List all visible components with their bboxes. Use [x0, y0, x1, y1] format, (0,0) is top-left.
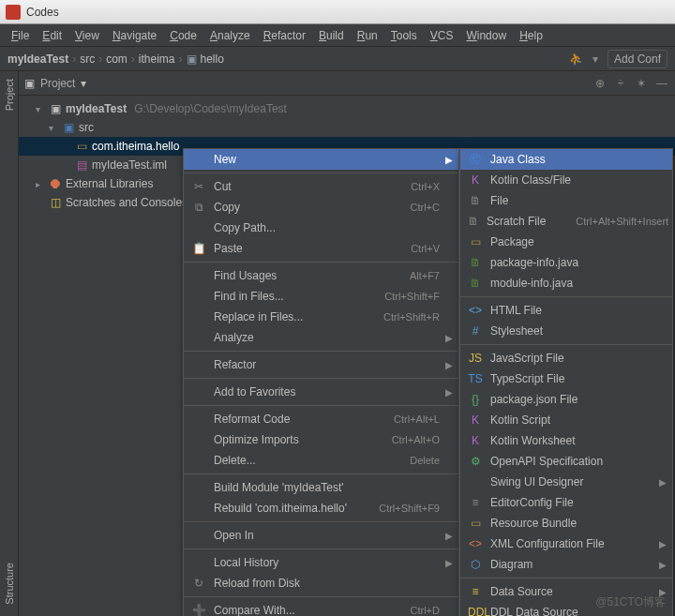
menu-file[interactable]: File — [6, 27, 35, 44]
menu-item[interactable]: Replace in Files...Ctrl+Shift+R — [184, 307, 458, 327]
menu-item[interactable]: ⧉CopyCtrl+C — [184, 197, 458, 218]
menu-item-label: Package — [490, 235, 653, 248]
breadcrumb-project[interactable]: myIdeaTest — [8, 53, 68, 66]
menu-item-label: EditorConfig File — [490, 496, 653, 509]
menu-edit[interactable]: Edit — [37, 27, 68, 44]
add-configuration-button[interactable]: Add Conf — [608, 50, 668, 68]
panel-tool[interactable]: ⊕ — [592, 77, 608, 90]
menu-item[interactable]: 🗎File — [460, 190, 672, 211]
menu-item-label: Stylesheet — [490, 324, 653, 338]
chevron-right-icon[interactable]: ▸ — [36, 179, 45, 189]
menu-item[interactable]: ≡EditorConfig File — [460, 492, 672, 513]
menu-item[interactable]: ➕Compare With...Ctrl+D — [184, 600, 458, 616]
panel-tool[interactable]: ÷ — [613, 77, 628, 90]
panel-title[interactable]: Project — [40, 77, 75, 90]
menu-item-label: Java Class — [490, 153, 653, 166]
menu-item[interactable]: ▭Resource Bundle — [460, 513, 672, 533]
menu-item[interactable]: Find in Files...Ctrl+Shift+F — [184, 286, 458, 307]
menu-item[interactable]: ⒸJava Class — [460, 149, 672, 170]
menu-view[interactable]: View — [69, 27, 105, 44]
dropdown-arrow-icon[interactable]: ▾ — [81, 77, 86, 90]
menu-item[interactable]: ▭Package — [460, 232, 672, 252]
menu-item[interactable]: Delete...Delete — [184, 450, 458, 471]
dropdown-arrow-icon[interactable]: ▾ — [592, 53, 598, 66]
menu-item[interactable]: KKotlin Worksheet — [460, 430, 672, 451]
tool-window-stripe[interactable]: Project Structure — [0, 71, 19, 616]
menu-item-label: Scratch File — [487, 215, 546, 228]
run-user-icon[interactable]: ⛹ — [569, 53, 583, 66]
menu-item[interactable]: ⬡Diagram▶ — [460, 554, 672, 575]
menu-item[interactable]: {}package.json File — [460, 389, 672, 410]
main-menubar[interactable]: FileEditViewNavigateCodeAnalyzeRefactorB… — [0, 24, 675, 47]
menu-item[interactable]: Local History▶ — [184, 552, 458, 573]
menu-item[interactable]: Reformat CodeCtrl+Alt+L — [184, 409, 458, 429]
menu-item[interactable]: #Stylesheet — [460, 321, 672, 341]
menu-analyze[interactable]: Analyze — [204, 27, 256, 44]
breadcrumb-part[interactable]: com — [106, 53, 128, 66]
menu-item-icon: # — [468, 324, 483, 338]
submenu-arrow-icon: ▶ — [659, 539, 667, 549]
menu-item[interactable]: Build Module 'myIdeaTest' — [184, 477, 458, 498]
menu-build[interactable]: Build — [313, 27, 350, 44]
menu-item-label: Kotlin Script — [490, 413, 653, 427]
menu-item[interactable]: <>HTML File — [460, 300, 672, 321]
sidebar-tab-project[interactable]: Project — [4, 75, 15, 114]
breadcrumb-part[interactable]: hello — [201, 53, 224, 66]
menu-separator — [184, 378, 458, 379]
menu-item[interactable]: 🗎package-info.java — [460, 252, 672, 273]
menu-item[interactable]: Add to Favorites▶ — [184, 382, 458, 402]
tree-row-project-root[interactable]: ▾ ▣ myIdeaTest G:\Develop\Codes\myIdeaTe… — [19, 99, 675, 118]
app-icon — [6, 5, 21, 20]
scratches-icon: ◫ — [49, 196, 62, 209]
menu-item[interactable]: ↻Reload from Disk — [184, 573, 458, 593]
menu-item[interactable]: New▶ — [184, 149, 458, 170]
menu-item[interactable]: JSJavaScript File — [460, 348, 672, 368]
chevron-down-icon[interactable]: ▾ — [49, 123, 58, 133]
context-submenu-new[interactable]: ⒸJava ClassKKotlin Class/File🗎File🗎Scrat… — [459, 148, 673, 616]
menu-separator — [460, 344, 672, 345]
sidebar-tab-structure[interactable]: Structure — [4, 559, 15, 608]
menu-item[interactable]: ✂CutCtrl+X — [184, 176, 458, 197]
menu-item-icon: ↻ — [191, 577, 206, 590]
menu-item-shortcut: Ctrl+V — [411, 243, 440, 254]
menu-run[interactable]: Run — [352, 27, 383, 44]
menu-item[interactable]: Optimize ImportsCtrl+Alt+O — [184, 429, 458, 450]
menu-separator — [184, 596, 458, 597]
menu-item[interactable]: KKotlin Class/File — [460, 170, 672, 190]
menu-item[interactable]: Find UsagesAlt+F7 — [184, 265, 458, 286]
panel-tool[interactable]: ✶ — [634, 77, 649, 90]
menu-item-label: Build Module 'myIdeaTest' — [214, 481, 440, 494]
menu-item-label: New — [214, 153, 440, 166]
menu-item[interactable]: 📋PasteCtrl+V — [184, 238, 458, 259]
chevron-down-icon[interactable]: ▾ — [36, 104, 45, 114]
menu-item[interactable]: TSTypeScript File — [460, 368, 672, 389]
menu-item-shortcut: Ctrl+C — [411, 202, 440, 213]
panel-tool[interactable]: — — [654, 77, 669, 90]
tree-row-src[interactable]: ▾ ▣ src — [19, 118, 675, 137]
menu-help[interactable]: Help — [514, 27, 548, 44]
menu-item[interactable]: Copy Path... — [184, 218, 458, 238]
menu-window[interactable]: Window — [460, 27, 512, 44]
menu-item[interactable]: Refactor▶ — [184, 354, 458, 375]
menu-item-icon: ⧉ — [191, 201, 206, 214]
menu-item[interactable]: <>XML Configuration File▶ — [460, 533, 672, 554]
menu-vcs[interactable]: VCS — [425, 27, 459, 44]
menu-item[interactable]: Analyze▶ — [184, 327, 458, 348]
menu-item[interactable]: Swing UI Designer▶ — [460, 472, 672, 492]
breadcrumb[interactable]: myIdeaTest › src › com › itheima › ▣ hel… — [8, 53, 224, 66]
menu-navigate[interactable]: Navigate — [107, 27, 162, 44]
menu-item-icon: ✂ — [191, 180, 206, 193]
menu-item[interactable]: KKotlin Script — [460, 410, 672, 430]
context-menu[interactable]: New▶✂CutCtrl+X⧉CopyCtrl+CCopy Path...📋Pa… — [183, 148, 459, 616]
menu-tools[interactable]: Tools — [385, 27, 423, 44]
breadcrumb-part[interactable]: src — [80, 53, 95, 66]
menu-item[interactable]: Rebuild 'com.itheima.hello'Ctrl+Shift+F9 — [184, 498, 458, 518]
menu-item-shortcut: Delete — [410, 455, 440, 466]
menu-refactor[interactable]: Refactor — [258, 27, 311, 44]
menu-code[interactable]: Code — [164, 27, 202, 44]
menu-item[interactable]: 🗎Scratch FileCtrl+Alt+Shift+Insert — [460, 211, 672, 232]
breadcrumb-part[interactable]: itheima — [139, 53, 175, 66]
menu-item[interactable]: 🗎module-info.java — [460, 273, 672, 293]
menu-item[interactable]: ⚙OpenAPI Specification — [460, 451, 672, 472]
menu-item[interactable]: Open In▶ — [184, 525, 458, 546]
